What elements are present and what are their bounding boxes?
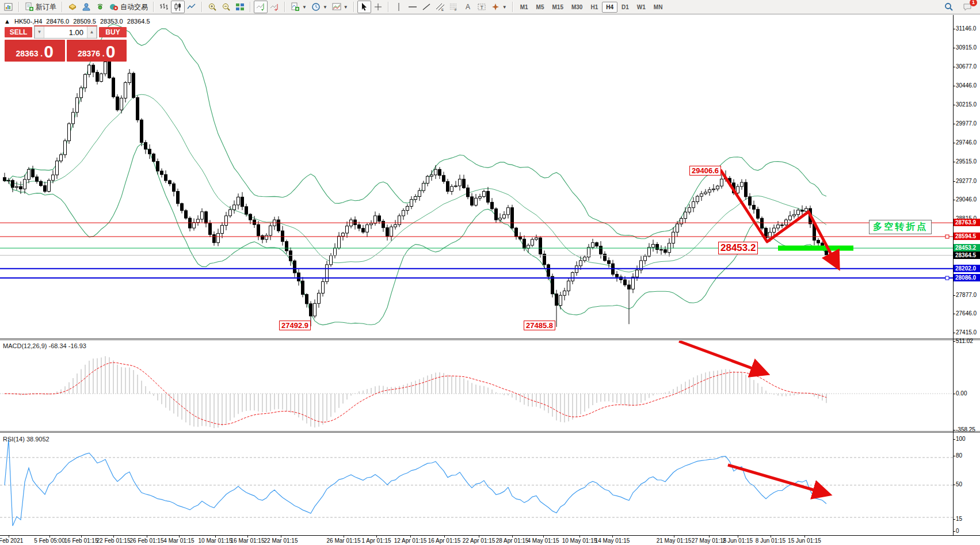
bear-candle xyxy=(386,228,389,237)
price-annotation-label[interactable]: 29406.6 xyxy=(689,166,721,176)
line-handle[interactable] xyxy=(945,276,949,280)
search-button[interactable] xyxy=(942,1,956,13)
timeframe-button-m15[interactable]: M15 xyxy=(548,2,567,13)
bull-candle xyxy=(24,180,26,189)
bar-chart-mode-button[interactable] xyxy=(157,1,171,13)
bull-candle xyxy=(652,245,655,247)
charts-icon[interactable] xyxy=(2,1,16,13)
bull-candle xyxy=(48,180,51,191)
auto-scroll-button[interactable] xyxy=(254,1,268,13)
bull-candle xyxy=(648,247,651,256)
price-axis-label: 27415.0 xyxy=(956,329,977,336)
horizontal-line-tool-button[interactable] xyxy=(406,1,420,13)
bear-candle xyxy=(817,240,820,243)
panel-separator[interactable] xyxy=(0,431,980,433)
volume-increase-button[interactable]: ▲ xyxy=(87,26,97,38)
periods-menu-button[interactable]: ▼ xyxy=(309,1,330,13)
time-axis[interactable]: 1 Feb 20215 Feb 05:0016 Feb 01:1522 Feb … xyxy=(0,535,980,545)
timeframe-button-m30[interactable]: M30 xyxy=(567,2,586,13)
turning-point-note[interactable]: 多空转折点 xyxy=(869,220,932,234)
price-annotation-label[interactable]: 28453.2 xyxy=(718,242,758,254)
rsi-indicator-chart[interactable] xyxy=(0,433,953,535)
trendline-tool-button[interactable] xyxy=(420,1,433,13)
toolbar-separator xyxy=(153,2,154,12)
label-tool-button[interactable]: T xyxy=(475,1,489,13)
volume-input[interactable]: 1.00 xyxy=(44,28,87,37)
rsi-axis-tick xyxy=(953,439,955,440)
timeframe-button-d1[interactable]: D1 xyxy=(617,2,633,13)
notifications-button[interactable]: 1 xyxy=(960,1,974,13)
bull-candle xyxy=(720,179,723,186)
price-annotation-label[interactable]: 27492.9 xyxy=(279,321,311,330)
sell-button[interactable]: SELL xyxy=(5,27,32,37)
cursor-tool-button[interactable] xyxy=(357,1,371,13)
zoom-in-button[interactable] xyxy=(205,1,219,13)
volume-decrease-button[interactable]: ▼ xyxy=(35,26,44,38)
volume-stepper[interactable]: ▼ 1.00 ▲ xyxy=(34,25,97,39)
timeframe-button-mn[interactable]: MN xyxy=(650,2,667,13)
macd-indicator-chart[interactable] xyxy=(0,341,953,432)
timeframe-button-h4[interactable]: H4 xyxy=(602,2,617,13)
candlestick-mode-button[interactable] xyxy=(171,1,185,13)
timeframe-button-h1[interactable]: H1 xyxy=(586,2,602,13)
rsi-axis-label: 100 xyxy=(956,436,966,442)
new-order-button-label: 新订单 xyxy=(36,2,56,12)
rsi-trend-arrow-annotation[interactable] xyxy=(728,465,827,494)
support-highlight-bar[interactable] xyxy=(778,246,853,251)
timeframe-button-m5[interactable]: M5 xyxy=(532,2,548,13)
rsi-indicator-label: RSI(14) 38.9052 xyxy=(3,436,49,443)
bear-candle xyxy=(624,280,627,285)
periods-menu-icon xyxy=(311,2,321,12)
bear-candle xyxy=(298,273,300,281)
tile-windows-icon xyxy=(235,2,245,12)
collapse-trade-panel-icon[interactable]: ▲ xyxy=(4,18,10,25)
crosshair-tool-button[interactable] xyxy=(371,1,385,13)
bear-candle xyxy=(241,197,244,207)
zoom-out-button[interactable] xyxy=(219,1,233,13)
price-axis-tick xyxy=(953,67,955,67)
market-watch-icon[interactable] xyxy=(66,1,79,13)
vertical-line-tool-button[interactable] xyxy=(392,1,406,13)
main-toolbar: 新订单自动交易▼▼▼EFAT▼M1M5M15M30H1H4D1W1MN1 xyxy=(0,0,980,14)
auto-trading-button[interactable]: 自动交易 xyxy=(107,1,150,14)
signals-icon[interactable] xyxy=(93,1,107,13)
tile-windows-button[interactable] xyxy=(233,1,247,13)
bear-candle xyxy=(108,62,111,78)
bull-candle xyxy=(193,223,196,228)
bull-candle xyxy=(326,265,329,281)
buy-button[interactable]: BUY xyxy=(99,27,127,37)
price-axis-tick xyxy=(953,124,955,124)
arrows-tool-button[interactable]: ▼ xyxy=(489,1,509,13)
bull-candle xyxy=(221,226,224,234)
bear-candle xyxy=(257,224,260,235)
chart-shift-button[interactable] xyxy=(268,1,281,13)
equidistant-channel-tool-button[interactable]: E xyxy=(433,1,447,13)
indicators-menu-button[interactable]: ▼ xyxy=(288,1,309,13)
mt-client-window: 新订单自动交易▼▼▼EFAT▼M1M5M15M30H1H4D1W1MN1 ▲ H… xyxy=(0,0,980,545)
new-order-icon xyxy=(25,2,34,12)
bull-candle xyxy=(531,239,534,245)
time-axis-label: 26 Mar 01:15 xyxy=(327,538,361,544)
rsi-axis-label: 50 xyxy=(956,481,962,487)
toolbar-group xyxy=(0,0,17,14)
main-price-chart[interactable] xyxy=(0,15,953,340)
price-axis-tick xyxy=(953,295,955,296)
sell-price-button[interactable]: 28363 . 0 xyxy=(5,40,65,62)
panel-separator[interactable] xyxy=(0,338,980,340)
new-order-button[interactable]: 新订单 xyxy=(22,1,59,14)
macd-trend-arrow-annotation[interactable] xyxy=(679,341,765,373)
bear-candle xyxy=(543,254,546,264)
line-handle[interactable] xyxy=(945,235,949,238)
price-annotation-label[interactable]: 27485.8 xyxy=(524,321,555,330)
templates-menu-button[interactable]: ▼ xyxy=(330,1,350,13)
bull-candle xyxy=(422,183,425,190)
fibonacci-tool-button[interactable]: F xyxy=(447,1,461,13)
bull-candle xyxy=(120,98,123,110)
timeframe-button-m1[interactable]: M1 xyxy=(516,2,532,13)
buy-price-button[interactable]: 28376 . 0 xyxy=(67,40,127,62)
profiles-icon[interactable] xyxy=(79,1,93,13)
text-tool-button[interactable]: A xyxy=(461,1,475,13)
bull-candle xyxy=(708,190,711,192)
timeframe-button-w1[interactable]: W1 xyxy=(633,2,650,13)
line-chart-mode-button[interactable] xyxy=(185,1,199,13)
